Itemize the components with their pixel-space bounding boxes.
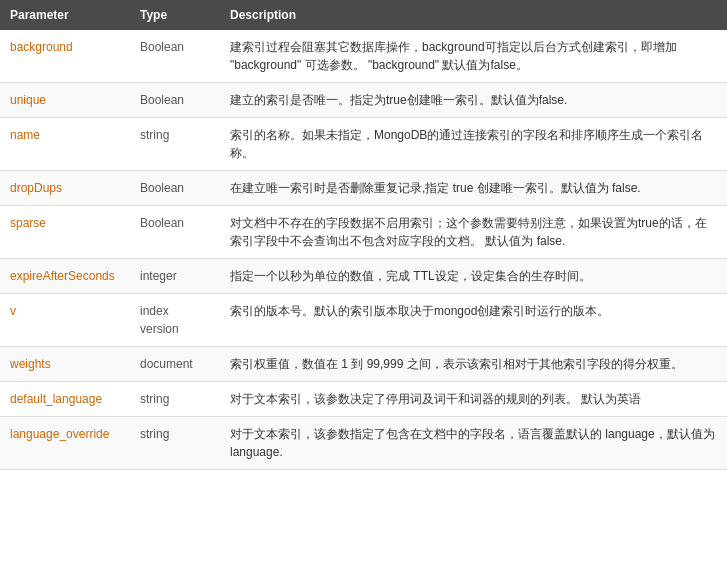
param-cell: weights xyxy=(0,347,130,382)
table-row: language_overridestring对于文本索引，该参数指定了包含在文… xyxy=(0,417,727,470)
type-cell: Boolean xyxy=(130,171,220,206)
table-row: backgroundBoolean建索引过程会阻塞其它数据库操作，backgro… xyxy=(0,30,727,83)
param-cell: name xyxy=(0,118,130,171)
table-row: expireAfterSecondsinteger指定一个以秒为单位的数值，完成… xyxy=(0,259,727,294)
table-row: namestring索引的名称。如果未指定，MongoDB的通过连接索引的字段名… xyxy=(0,118,727,171)
desc-cell: 建索引过程会阻塞其它数据库操作，background可指定以后台方式创建索引，即… xyxy=(220,30,727,83)
type-cell: Boolean xyxy=(130,206,220,259)
param-cell: background xyxy=(0,30,130,83)
desc-cell: 在建立唯一索引时是否删除重复记录,指定 true 创建唯一索引。默认值为 fal… xyxy=(220,171,727,206)
header-parameter: Parameter xyxy=(0,0,130,30)
desc-cell: 索引的版本号。默认的索引版本取决于mongod创建索引时运行的版本。 xyxy=(220,294,727,347)
header-type: Type xyxy=(130,0,220,30)
desc-cell: 建立的索引是否唯一。指定为true创建唯一索引。默认值为false. xyxy=(220,83,727,118)
params-table: Parameter Type Description backgroundBoo… xyxy=(0,0,727,470)
header-description: Description xyxy=(220,0,727,30)
desc-cell: 索引的名称。如果未指定，MongoDB的通过连接索引的字段名和排序顺序生成一个索… xyxy=(220,118,727,171)
param-cell: sparse xyxy=(0,206,130,259)
type-cell: string xyxy=(130,382,220,417)
type-cell: index version xyxy=(130,294,220,347)
table-row: dropDupsBoolean在建立唯一索引时是否删除重复记录,指定 true … xyxy=(0,171,727,206)
type-cell: string xyxy=(130,417,220,470)
type-cell: string xyxy=(130,118,220,171)
table-header: Parameter Type Description xyxy=(0,0,727,30)
table-row: weightsdocument索引权重值，数值在 1 到 99,999 之间，表… xyxy=(0,347,727,382)
desc-cell: 对于文本索引，该参数决定了停用词及词干和词器的规则的列表。 默认为英语 xyxy=(220,382,727,417)
table-row: sparseBoolean对文档中不存在的字段数据不启用索引；这个参数需要特别注… xyxy=(0,206,727,259)
param-cell: v xyxy=(0,294,130,347)
param-cell: default_language xyxy=(0,382,130,417)
param-cell: expireAfterSeconds xyxy=(0,259,130,294)
table-row: uniqueBoolean建立的索引是否唯一。指定为true创建唯一索引。默认值… xyxy=(0,83,727,118)
desc-cell: 索引权重值，数值在 1 到 99,999 之间，表示该索引相对于其他索引字段的得… xyxy=(220,347,727,382)
param-cell: unique xyxy=(0,83,130,118)
desc-cell: 对文档中不存在的字段数据不启用索引；这个参数需要特别注意，如果设置为true的话… xyxy=(220,206,727,259)
type-cell: integer xyxy=(130,259,220,294)
type-cell: Boolean xyxy=(130,83,220,118)
table-row: default_languagestring对于文本索引，该参数决定了停用词及词… xyxy=(0,382,727,417)
desc-cell: 对于文本索引，该参数指定了包含在文档中的字段名，语言覆盖默认的 language… xyxy=(220,417,727,470)
table-row: vindex version索引的版本号。默认的索引版本取决于mongod创建索… xyxy=(0,294,727,347)
type-cell: Boolean xyxy=(130,30,220,83)
type-cell: document xyxy=(130,347,220,382)
desc-cell: 指定一个以秒为单位的数值，完成 TTL设定，设定集合的生存时间。 xyxy=(220,259,727,294)
param-cell: dropDups xyxy=(0,171,130,206)
param-cell: language_override xyxy=(0,417,130,470)
table-body: backgroundBoolean建索引过程会阻塞其它数据库操作，backgro… xyxy=(0,30,727,470)
